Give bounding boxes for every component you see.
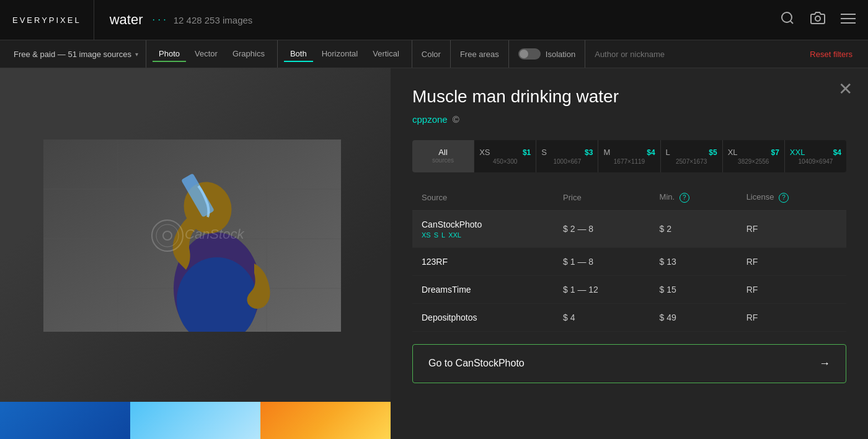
main-content: CanStock ✕ Muscle man drinking water cpp… (0, 68, 868, 439)
size-xs[interactable]: XS $1 450×300 (474, 140, 536, 172)
image-panel: CanStock (0, 68, 391, 439)
sources-table: Source Price Min. ? License ? (412, 185, 846, 332)
tab-vertical[interactable]: Vertical (366, 47, 405, 62)
reset-filters-button[interactable]: Reset filters (800, 50, 862, 59)
main-image-container[interactable]: CanStock (43, 140, 341, 332)
min-123rf: $ 13 (650, 247, 737, 275)
filter-bar: Free & paid — 51 image sources ▾ Photo V… (0, 40, 868, 68)
main-image[interactable]: CanStock (43, 140, 341, 332)
tab-both[interactable]: Both (284, 47, 313, 62)
table-row[interactable]: DreamsTime $ 1 — 12 $ 15 RF (412, 275, 846, 303)
goto-button[interactable]: Go to CanStockPhoto → (412, 344, 846, 383)
table-row[interactable]: CanStockPhoto XS S L XXL $ 2 — 8 $ 2 RF (412, 210, 846, 247)
menu-icon[interactable] (841, 12, 856, 28)
size-badges-canstock: XS S L XXL (422, 231, 544, 239)
detail-panel: ✕ Muscle man drinking water cppzone © Al… (391, 68, 868, 439)
size-xl[interactable]: XL $7 3829×2556 (723, 140, 785, 172)
logo: EVERYPIXEL (12, 16, 81, 25)
license-depositphotos: RF (737, 303, 846, 331)
close-button[interactable]: ✕ (838, 81, 852, 98)
source-name-canstock: CanStockPhoto (422, 220, 544, 229)
price-123rf: $ 1 — 8 (554, 247, 650, 275)
price-dreamstime: $ 1 — 12 (554, 275, 650, 303)
svg-point-0 (782, 12, 792, 22)
sources-label: Free & paid — 51 image sources (14, 50, 131, 59)
size-m[interactable]: M $4 1677×1119 (598, 140, 660, 172)
camera-icon[interactable] (810, 11, 825, 29)
goto-arrow-icon: → (819, 357, 830, 370)
search-area: water · · · 12 428 253 images (94, 12, 768, 28)
price-canstock: $ 2 — 8 (554, 210, 650, 247)
isolation-toggle[interactable] (518, 48, 541, 60)
license-123rf: RF (737, 247, 846, 275)
image-title: Muscle man drinking water (412, 87, 846, 107)
image-author: cppzone © (412, 114, 846, 125)
header-icons (768, 11, 868, 29)
free-areas-filter[interactable]: Free areas (451, 40, 509, 68)
size-l[interactable]: L $5 2507×1673 (661, 140, 723, 172)
source-name-123rf: 123RF (422, 257, 544, 267)
table-row[interactable]: Depositphotos $ 4 $ 49 RF (412, 303, 846, 331)
min-canstock: $ 2 (650, 210, 737, 247)
chevron-down-icon: ▾ (135, 51, 138, 58)
search-query: water (110, 12, 143, 28)
col-license: License ? (737, 185, 846, 210)
size-selector: All sources XS $1 450×300 S $3 1000×667 (412, 140, 846, 172)
thumbnail-strip (0, 402, 391, 439)
svg-point-2 (815, 16, 820, 21)
min-dreamstime: $ 15 (650, 275, 737, 303)
search-dots: · · · (153, 14, 166, 25)
svg-text:CanStock: CanStock (185, 226, 244, 242)
isolation-label: Isolation (546, 50, 575, 59)
size-all[interactable]: All sources (412, 140, 474, 172)
min-help-icon[interactable]: ? (680, 193, 689, 203)
license-help-icon[interactable]: ? (779, 193, 789, 203)
size-xxl[interactable]: XXL $4 10409×6947 (785, 140, 846, 172)
thumbnail-2[interactable] (130, 402, 260, 439)
col-source: Source (412, 185, 554, 210)
col-price: Price (554, 185, 650, 210)
col-min: Min. ? (650, 185, 737, 210)
thumbnail-3[interactable] (260, 402, 391, 439)
author-input-area (585, 50, 800, 59)
logo-area: EVERYPIXEL (0, 0, 94, 40)
filter-orient-tabs: Both Horizontal Vertical (278, 40, 412, 68)
price-depositphotos: $ 4 (554, 303, 650, 331)
license-dreamstime: RF (737, 275, 846, 303)
license-canstock: RF (737, 210, 846, 247)
tab-horizontal[interactable]: Horizontal (316, 47, 365, 62)
filter-type-tabs: Photo Vector Graphics (146, 40, 278, 68)
search-icon[interactable] (780, 11, 795, 29)
source-name-dreamstime: DreamsTime (422, 285, 544, 295)
source-name-depositphotos: Depositphotos (422, 313, 544, 322)
tab-vector[interactable]: Vector (188, 47, 224, 62)
isolation-toggle-area[interactable]: Isolation (509, 40, 585, 68)
svg-line-1 (790, 21, 793, 24)
goto-label: Go to CanStockPhoto (428, 358, 525, 369)
size-s[interactable]: S $3 1000×667 (536, 140, 598, 172)
tab-photo[interactable]: Photo (153, 47, 186, 62)
copyright-icon: © (453, 114, 459, 125)
image-count: 12 428 253 images (174, 15, 253, 25)
table-row[interactable]: 123RF $ 1 — 8 $ 13 RF (412, 247, 846, 275)
min-depositphotos: $ 49 (650, 303, 737, 331)
author-name[interactable]: cppzone (412, 114, 448, 125)
color-filter[interactable]: Color (412, 40, 451, 68)
image-grid-background: CanStock (0, 68, 391, 439)
thumbnail-1[interactable] (0, 402, 130, 439)
tab-graphics[interactable]: Graphics (226, 47, 271, 62)
author-input[interactable] (595, 50, 719, 59)
header: EVERYPIXEL water · · · 12 428 253 images (0, 0, 868, 40)
sources-dropdown[interactable]: Free & paid — 51 image sources ▾ (6, 40, 146, 68)
